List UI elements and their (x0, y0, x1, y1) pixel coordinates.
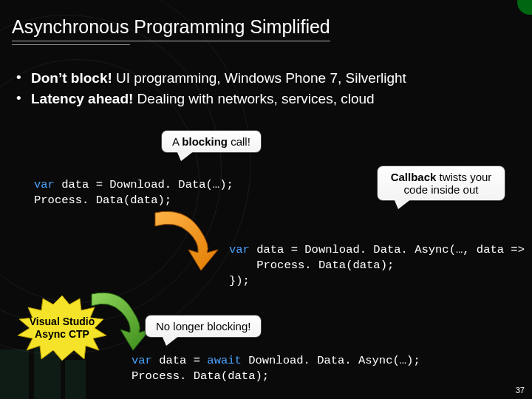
bullet-text: UI programming, Windows Phone 7, Silverl… (112, 70, 406, 86)
svg-rect-7 (3, 367, 7, 373)
bullet-item: Don’t block! UI programming, Windows Pho… (16, 68, 406, 89)
code-keyword: var (34, 178, 55, 191)
arrow-icon (148, 207, 236, 273)
bullet-item: Latency ahead! Dealing with networks, se… (16, 89, 406, 109)
callout-callback: Callback twists your code inside out (377, 166, 505, 201)
bullet-list: Don’t block! UI programming, Windows Pho… (16, 68, 406, 109)
starburst-badge: Visual Studio Async CTP (10, 294, 114, 362)
callout-line: Callback twists your (388, 171, 494, 183)
code-text: Process. Data(data); (229, 259, 394, 272)
svg-rect-8 (11, 367, 16, 373)
code-text: Process. Data(data); (34, 194, 171, 207)
code-text: data = (152, 354, 207, 367)
code-text: data = Download. Data. Async(…, data => … (250, 243, 532, 256)
page-number: 37 (516, 386, 525, 395)
title-underline (12, 44, 130, 45)
code-text: Process. Data(data); (132, 369, 269, 383)
svg-rect-9 (19, 367, 24, 373)
svg-rect-3 (65, 360, 86, 399)
code-block-await: var data = await Download. Data. Async(…… (132, 353, 420, 384)
callout-text: twists your (436, 171, 491, 183)
code-keyword: await (207, 354, 242, 367)
starburst-label: Visual Studio Async CTP (30, 316, 95, 341)
code-keyword: var (132, 354, 152, 367)
code-keyword: var (229, 243, 250, 256)
code-block-sync: var data = Download. Data(…); Process. D… (34, 177, 233, 208)
callout-text: call! (228, 135, 250, 148)
starburst-line: Async CTP (30, 328, 95, 341)
callout-line: code inside out (388, 183, 494, 196)
bullet-bold: Latency ahead! (31, 91, 133, 106)
code-block-callback: var data = Download. Data. Async(…, data… (229, 242, 532, 289)
bullet-bold: Don’t block! (31, 70, 112, 86)
callout-text: A (172, 135, 182, 148)
code-text: Download. Data. Async(…); (242, 354, 420, 367)
corner-decoration (517, 0, 532, 15)
code-text: }); (229, 274, 250, 287)
bullet-text: Dealing with networks, services, cloud (133, 91, 374, 106)
callout-bold: Callback (391, 171, 437, 183)
code-text: data = Download. Data(…); (55, 178, 233, 191)
callout-nonblocking: No longer blocking! (145, 315, 262, 338)
slide-title: Asynchronous Programming Simplified (12, 16, 330, 41)
starburst-line: Visual Studio (30, 316, 95, 328)
callout-bold: blocking (182, 135, 228, 148)
svg-rect-4 (3, 355, 7, 361)
callout-blocking: A blocking call! (161, 130, 262, 153)
